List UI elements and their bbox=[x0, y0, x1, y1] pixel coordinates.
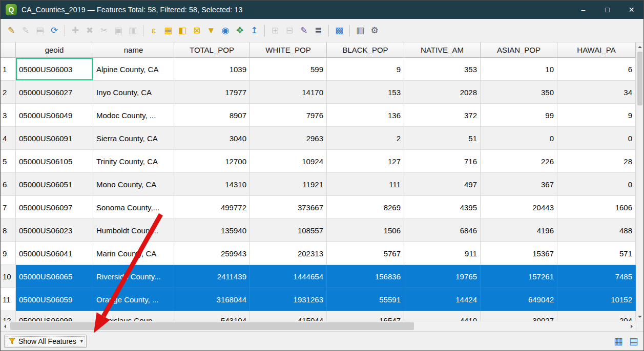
cell-r5-total_pop[interactable]: 12700 bbox=[174, 150, 250, 173]
cell-r11-name[interactable]: Orange County, ... bbox=[93, 288, 174, 311]
cell-r10-native_am[interactable]: 19765 bbox=[404, 265, 481, 288]
cell-r5-name[interactable]: Trinity County, CA bbox=[93, 150, 174, 173]
column-header-native_am[interactable]: NATIVE_AM bbox=[404, 42, 481, 58]
cell-r2-geoid[interactable]: 05000US06027 bbox=[16, 81, 93, 104]
field-calculator-button[interactable]: ≣ bbox=[311, 24, 325, 37]
cell-r5-hawai_pa[interactable]: 28 bbox=[557, 150, 636, 173]
form-view-button[interactable]: ▤ bbox=[628, 335, 640, 347]
cell-r4-native_am[interactable]: 51 bbox=[404, 127, 481, 150]
cell-r8-name[interactable]: Humboldt Count... bbox=[93, 219, 174, 242]
reload-button[interactable]: ⟳ bbox=[48, 24, 61, 37]
cell-r11-white_pop[interactable]: 1931263 bbox=[250, 288, 327, 311]
select-by-expression-button[interactable]: ε bbox=[147, 24, 160, 37]
maximize-button[interactable]: □ bbox=[595, 1, 619, 19]
cell-r6-hawai_pa[interactable]: 0 bbox=[557, 173, 636, 196]
column-header-total_pop[interactable]: TOTAL_POP bbox=[174, 42, 250, 58]
row-number-1[interactable]: 1 bbox=[1, 58, 16, 81]
cell-r3-native_am[interactable]: 372 bbox=[404, 104, 481, 127]
scroll-down-button[interactable] bbox=[636, 313, 643, 321]
column-header-black_pop[interactable]: BLACK_POP bbox=[327, 42, 404, 58]
column-header-asian_pop[interactable]: ASIAN_POP bbox=[481, 42, 557, 58]
move-selection-top-button[interactable]: ↥ bbox=[247, 24, 261, 37]
cell-r2-total_pop[interactable]: 17977 bbox=[174, 81, 250, 104]
cell-r2-white_pop[interactable]: 14170 bbox=[250, 81, 327, 104]
cell-r8-total_pop[interactable]: 135940 bbox=[174, 219, 250, 242]
cell-r2-native_am[interactable]: 2028 bbox=[404, 81, 481, 104]
cell-r5-geoid[interactable]: 05000US06105 bbox=[16, 150, 93, 173]
cell-r12-asian_pop[interactable]: 30027 bbox=[481, 311, 557, 321]
horizontal-scroll-thumb[interactable] bbox=[10, 322, 414, 330]
cell-r11-asian_pop[interactable]: 649042 bbox=[481, 288, 557, 311]
cell-r7-hawai_pa[interactable]: 1606 bbox=[557, 196, 636, 219]
cell-r10-hawai_pa[interactable]: 7485 bbox=[557, 265, 636, 288]
cell-r12-native_am[interactable]: 4410 bbox=[404, 311, 481, 321]
cell-r11-native_am[interactable]: 14424 bbox=[404, 288, 481, 311]
invert-selection-button[interactable]: ◧ bbox=[176, 24, 189, 37]
cell-r9-name[interactable]: Marin County, CA bbox=[93, 242, 174, 265]
filter-select-button[interactable]: ▼ bbox=[204, 24, 218, 37]
cell-r4-total_pop[interactable]: 3040 bbox=[174, 127, 250, 150]
cell-r3-black_pop[interactable]: 136 bbox=[327, 104, 404, 127]
column-header-geoid[interactable]: geoid bbox=[16, 42, 93, 58]
cell-r7-white_pop[interactable]: 373667 bbox=[250, 196, 327, 219]
scroll-right-button[interactable] bbox=[628, 321, 636, 331]
cell-r2-black_pop[interactable]: 153 bbox=[327, 81, 404, 104]
horizontal-scroll-track[interactable] bbox=[9, 321, 628, 331]
cell-r12-white_pop[interactable]: 415044 bbox=[250, 311, 327, 321]
row-number-8[interactable]: 8 bbox=[1, 219, 16, 242]
row-number-7[interactable]: 7 bbox=[1, 196, 16, 219]
cell-r7-total_pop[interactable]: 499772 bbox=[174, 196, 250, 219]
cell-r6-asian_pop[interactable]: 367 bbox=[481, 173, 557, 196]
cell-r10-asian_pop[interactable]: 157261 bbox=[481, 265, 557, 288]
cell-r1-name[interactable]: Alpine County, CA bbox=[93, 58, 174, 81]
deselect-all-button[interactable]: ⊠ bbox=[190, 24, 203, 37]
cell-r5-native_am[interactable]: 716 bbox=[404, 150, 481, 173]
table-view-button[interactable]: ▦ bbox=[612, 335, 625, 347]
cell-r1-hawai_pa[interactable]: 6 bbox=[557, 58, 636, 81]
row-number-9[interactable]: 9 bbox=[1, 242, 16, 265]
cell-r10-black_pop[interactable]: 156836 bbox=[327, 265, 404, 288]
cell-r6-native_am[interactable]: 497 bbox=[404, 173, 481, 196]
cell-r3-asian_pop[interactable]: 99 bbox=[481, 104, 557, 127]
cell-r1-total_pop[interactable]: 1039 bbox=[174, 58, 250, 81]
cell-r10-geoid[interactable]: 05000US06065 bbox=[16, 265, 93, 288]
cell-r8-asian_pop[interactable]: 4196 bbox=[481, 219, 557, 242]
cell-r12-black_pop[interactable]: 16547 bbox=[327, 311, 404, 321]
cell-r3-total_pop[interactable]: 8907 bbox=[174, 104, 250, 127]
cell-r8-native_am[interactable]: 6846 bbox=[404, 219, 481, 242]
minimize-button[interactable]: – bbox=[571, 1, 595, 19]
cell-r7-black_pop[interactable]: 8269 bbox=[327, 196, 404, 219]
scroll-up-button[interactable] bbox=[636, 42, 643, 51]
cell-r8-white_pop[interactable]: 108557 bbox=[250, 219, 327, 242]
cell-r6-white_pop[interactable]: 11921 bbox=[250, 173, 327, 196]
cell-r6-total_pop[interactable]: 14310 bbox=[174, 173, 250, 196]
cell-r2-hawai_pa[interactable]: 34 bbox=[557, 81, 636, 104]
cell-r10-name[interactable]: Riverside County... bbox=[93, 265, 174, 288]
feature-filter-button[interactable]: Show All Features ▾ bbox=[4, 335, 87, 348]
cell-r9-white_pop[interactable]: 202313 bbox=[250, 242, 327, 265]
cell-r3-name[interactable]: Modoc County, ... bbox=[93, 104, 174, 127]
cell-r4-asian_pop[interactable]: 0 bbox=[481, 127, 557, 150]
cell-r3-hawai_pa[interactable]: 9 bbox=[557, 104, 636, 127]
cell-r8-hawai_pa[interactable]: 488 bbox=[557, 219, 636, 242]
table-corner[interactable] bbox=[1, 42, 16, 58]
cell-r1-white_pop[interactable]: 599 bbox=[250, 58, 327, 81]
cell-r2-name[interactable]: Inyo County, CA bbox=[93, 81, 174, 104]
cell-r9-geoid[interactable]: 05000US06041 bbox=[16, 242, 93, 265]
cell-r5-black_pop[interactable]: 127 bbox=[327, 150, 404, 173]
cell-r8-black_pop[interactable]: 1506 bbox=[327, 219, 404, 242]
cell-r12-name[interactable]: Stanislaus Coun... bbox=[93, 311, 174, 321]
cell-r7-asian_pop[interactable]: 20443 bbox=[481, 196, 557, 219]
cell-r11-hawai_pa[interactable]: 10152 bbox=[557, 288, 636, 311]
edit-field-button[interactable]: ✎ bbox=[297, 24, 310, 37]
vertical-scroll-track[interactable] bbox=[636, 51, 643, 313]
cell-r11-geoid[interactable]: 05000US06059 bbox=[16, 288, 93, 311]
cell-r5-white_pop[interactable]: 10924 bbox=[250, 150, 327, 173]
cell-r5-asian_pop[interactable]: 226 bbox=[481, 150, 557, 173]
row-number-5[interactable]: 5 bbox=[1, 150, 16, 173]
cell-r12-geoid[interactable]: 05000US06099 bbox=[16, 311, 93, 321]
close-button[interactable]: ✕ bbox=[619, 1, 643, 19]
cell-r12-total_pop[interactable]: 543104 bbox=[174, 311, 250, 321]
row-number-10[interactable]: 10 bbox=[1, 265, 16, 288]
column-header-white_pop[interactable]: WHITE_POP bbox=[250, 42, 327, 58]
